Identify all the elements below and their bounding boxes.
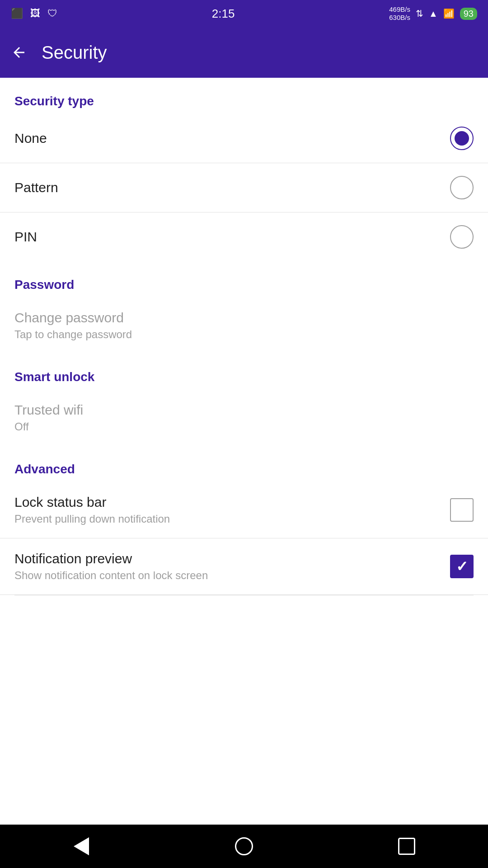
password-header: Password [0, 265, 488, 297]
trusted-wifi-status: Off [14, 420, 83, 433]
nav-back-button[interactable] [63, 828, 99, 864]
pin-label: PIN [14, 229, 37, 245]
change-password-item[interactable]: Change password Tap to change password [0, 297, 488, 354]
status-time: 2:15 [212, 7, 235, 21]
app-bar: Security [0, 27, 488, 78]
lock-status-bar-hint: Prevent pulling down notification [14, 513, 170, 525]
none-label: None [14, 131, 47, 146]
navigation-bar [0, 825, 488, 868]
smart-unlock-header: Smart unlock [0, 357, 488, 390]
notification-preview-checkbox[interactable] [450, 555, 474, 578]
smart-unlock-section: Smart unlock Trusted wifi Off [0, 354, 488, 446]
status-bar-right: 469B/s 630B/s ⇅ ▲ 📶 93 [389, 5, 477, 22]
home-nav-icon [235, 837, 253, 855]
lock-status-bar-label: Lock status bar [14, 495, 170, 510]
pattern-radio[interactable] [450, 176, 474, 199]
page-title: Security [42, 42, 107, 63]
status-bar-left: ⬛ 🖼 🛡 [11, 8, 57, 19]
content-area: Security type None Pattern PIN Password [0, 78, 488, 825]
nav-home-button[interactable] [226, 828, 262, 864]
nav-recent-button[interactable] [389, 828, 425, 864]
battery-percent: 93 [460, 8, 477, 20]
back-button[interactable] [11, 44, 27, 61]
network-down: 469B/s [389, 5, 410, 14]
advanced-header: Advanced [0, 449, 488, 482]
signal-icon: 📶 [443, 8, 455, 19]
status-bar: ⬛ 🖼 🛡 2:15 469B/s 630B/s ⇅ ▲ 📶 93 [0, 0, 488, 27]
notification-preview-hint: Show notification content on lock screen [14, 569, 208, 582]
password-section: Password Change password Tap to change p… [0, 261, 488, 354]
advanced-section: Advanced Lock status bar Prevent pulling… [0, 446, 488, 595]
lock-status-bar-checkbox[interactable] [450, 498, 474, 522]
image-icon: 🖼 [30, 8, 40, 19]
content-spacer [0, 595, 488, 686]
recent-nav-icon [398, 838, 415, 855]
security-type-header: Security type [0, 81, 488, 114]
network-up: 630B/s [389, 14, 410, 22]
trusted-wifi-label: Trusted wifi [14, 402, 83, 418]
change-password-label: Change password [14, 310, 132, 326]
trusted-wifi-item[interactable]: Trusted wifi Off [0, 390, 488, 446]
security-option-pattern[interactable]: Pattern [0, 163, 488, 212]
notification-preview-item[interactable]: Notification preview Show notification c… [0, 538, 488, 595]
back-nav-icon [74, 837, 89, 855]
none-radio[interactable] [450, 127, 474, 150]
pattern-label: Pattern [14, 180, 58, 195]
network-info: 469B/s 630B/s [389, 5, 410, 22]
security-type-section: Security type None Pattern PIN [0, 78, 488, 261]
security-option-pin[interactable]: PIN [0, 212, 488, 261]
wifi-icon: ▲ [429, 9, 438, 19]
notification-preview-label: Notification preview [14, 551, 208, 566]
shield-icon: 🛡 [47, 8, 57, 19]
data-transfer-icon: ⇅ [416, 8, 423, 19]
screen-cast-icon: ⬛ [11, 8, 23, 19]
security-option-none[interactable]: None [0, 114, 488, 163]
pin-radio[interactable] [450, 225, 474, 249]
change-password-hint: Tap to change password [14, 328, 132, 341]
lock-status-bar-item[interactable]: Lock status bar Prevent pulling down not… [0, 482, 488, 538]
